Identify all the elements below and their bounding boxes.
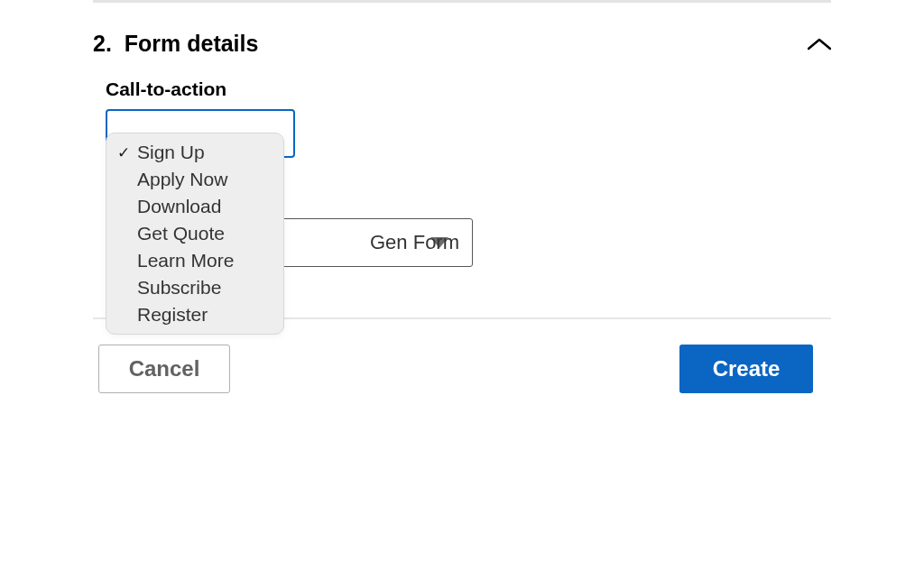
dropdown-item-label: Register — [137, 304, 208, 326]
create-button[interactable]: Create — [679, 345, 813, 393]
dropdown-item-label: Subscribe — [137, 277, 221, 299]
section-title: 2. Form details — [93, 31, 258, 57]
cta-dropdown-menu: ✓ Sign Up Apply Now Download Get Quote L… — [106, 133, 284, 335]
dropdown-item-subscribe[interactable]: Subscribe — [106, 274, 283, 301]
dropdown-item-label: Sign Up — [137, 142, 205, 163]
chevron-up-icon[interactable] — [808, 38, 831, 51]
dropdown-item-label: Apply Now — [137, 169, 227, 190]
form-select-value: Gen Form — [370, 231, 459, 254]
dropdown-item-label: Download — [137, 196, 221, 217]
dropdown-item-apply-now[interactable]: Apply Now — [106, 166, 283, 193]
dropdown-item-learn-more[interactable]: Learn More — [106, 247, 283, 274]
dropdown-item-download[interactable]: Download — [106, 193, 283, 220]
section-header[interactable]: 2. Form details — [93, 3, 831, 78]
check-icon: ✓ — [117, 143, 137, 162]
dropdown-item-label: Learn More — [137, 250, 234, 271]
footer-actions: Cancel Create — [93, 345, 831, 393]
cta-field-label: Call-to-action — [106, 78, 831, 100]
dropdown-item-register[interactable]: Register — [106, 301, 283, 328]
dropdown-item-label: Get Quote — [137, 223, 225, 244]
dropdown-item-sign-up[interactable]: ✓ Sign Up — [106, 139, 283, 166]
section-title-text: Form details — [125, 31, 259, 56]
section-number: 2. — [93, 31, 112, 56]
cancel-button[interactable]: Cancel — [98, 345, 230, 393]
dropdown-item-get-quote[interactable]: Get Quote — [106, 220, 283, 247]
